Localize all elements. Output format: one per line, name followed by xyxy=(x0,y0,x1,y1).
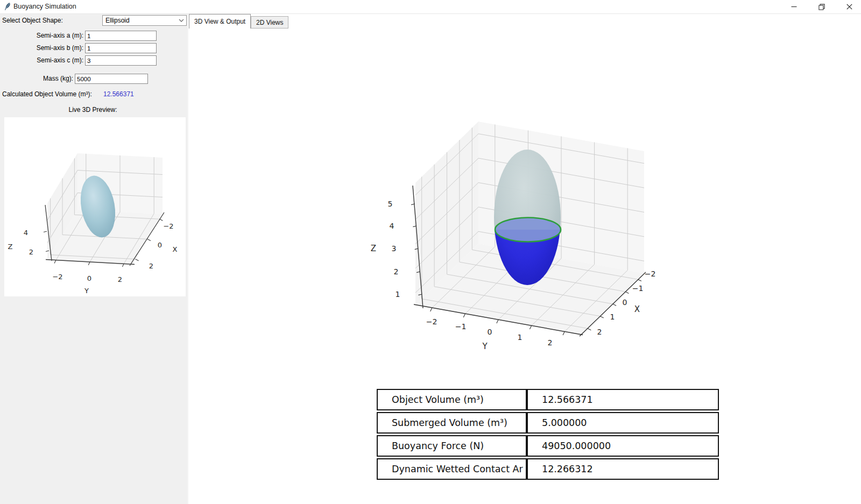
main-z-tick: 1 xyxy=(396,290,400,299)
mass-label: Mass (kg): xyxy=(0,75,73,82)
results-table: Object Volume (m³) 12.566371 Submerged V… xyxy=(377,387,719,481)
semi-axis-a-label: Semi-axis a (m): xyxy=(0,32,83,39)
preview-3d-canvas[interactable]: 4 2 Z −2 0 2 Y −2 0 2 X xyxy=(4,117,186,296)
tab-2d-views[interactable]: 2D Views xyxy=(251,16,288,29)
table-row: Submerged Volume (m³) 5.000000 xyxy=(377,412,719,434)
preview-x-tick: 2 xyxy=(149,262,153,270)
shape-combobox-value: Ellipsoid xyxy=(103,17,177,24)
app-feather-icon xyxy=(4,2,12,11)
titlebar: Buoyancy Simulation xyxy=(0,0,861,14)
preview-z-tick: 4 xyxy=(24,229,28,237)
preview-title: Live 3D Preview: xyxy=(0,106,186,113)
preview-x-axis-label: X xyxy=(173,245,178,253)
tab-label: 2D Views xyxy=(256,19,283,26)
preview-y-tick: 0 xyxy=(87,274,91,282)
main-x-tick: 1 xyxy=(610,313,615,321)
preview-3d-plot: 4 2 Z −2 0 2 Y −2 0 2 X xyxy=(4,117,186,296)
main-y-tick: −1 xyxy=(455,322,467,331)
main-y-tick: 2 xyxy=(548,338,553,347)
semi-axis-c-label: Semi-axis c (m): xyxy=(0,56,83,64)
close-button[interactable] xyxy=(837,0,861,13)
table-row: Object Volume (m³) 12.566371 xyxy=(377,389,719,410)
main-3d-canvas[interactable]: 5 4 3 2 1 Z −2 −1 0 1 2 Y −2 −1 0 1 2 X xyxy=(355,105,689,358)
main-z-axis-label: Z xyxy=(371,244,376,253)
tab-label: 3D View & Output xyxy=(194,18,245,25)
preview-x-tick: 0 xyxy=(158,241,162,249)
main-x-axis-label: X xyxy=(634,304,640,314)
main-3d-plot: 5 4 3 2 1 Z −2 −1 0 1 2 Y −2 −1 0 1 2 X xyxy=(355,105,689,358)
main-y-tick: 0 xyxy=(488,328,492,336)
tab-3d-view-output[interactable]: 3D View & Output xyxy=(189,14,251,29)
main-z-tick: 5 xyxy=(388,200,393,208)
restore-icon xyxy=(818,4,825,10)
window-title: Buoyancy Simulation xyxy=(13,0,76,13)
main-y-tick: 1 xyxy=(518,333,523,342)
table-cell-value: 5.000000 xyxy=(527,412,719,434)
table-row: Dynamic Wetted Contact Ar 12.266312 xyxy=(377,458,719,480)
main-x-tick: 2 xyxy=(597,328,602,336)
preview-y-tick: −2 xyxy=(52,273,62,281)
table-cell-label: Dynamic Wetted Contact Ar xyxy=(377,458,527,480)
semi-axis-c-field[interactable] xyxy=(85,55,157,66)
maximize-button[interactable] xyxy=(809,0,834,13)
preview-y-axis-label: Y xyxy=(84,287,89,295)
preview-z-tick: 2 xyxy=(29,248,33,256)
preview-x-tick: −2 xyxy=(163,222,173,230)
semi-axis-b-field[interactable] xyxy=(85,43,157,53)
main-z-tick: 2 xyxy=(394,267,399,276)
shape-combobox[interactable]: Ellipsoid xyxy=(102,15,187,26)
control-sidebar: Select Object Shape: Ellipsoid Semi-axis… xyxy=(0,14,189,504)
table-cell-value: 12.566371 xyxy=(527,389,719,410)
table-row: Buoyancy Force (N) 49050.000000 xyxy=(377,435,719,457)
table-cell-value: 12.266312 xyxy=(527,458,719,480)
main-z-tick: 3 xyxy=(392,244,397,253)
main-x-tick: 0 xyxy=(623,298,627,307)
close-icon xyxy=(846,4,852,10)
mass-field[interactable] xyxy=(75,74,148,84)
minimize-button[interactable] xyxy=(781,0,806,13)
main-x-tick: −2 xyxy=(645,269,656,278)
semi-axis-b-label: Semi-axis b (m): xyxy=(0,44,83,52)
preview-z-axis-label: Z xyxy=(8,243,13,251)
main-y-tick: −2 xyxy=(426,317,437,326)
shape-select-label: Select Object Shape: xyxy=(2,17,63,24)
table-cell-label: Buoyancy Force (N) xyxy=(377,435,527,457)
preview-y-tick: 2 xyxy=(118,275,122,283)
minimize-icon xyxy=(791,4,797,10)
main-z-tick: 4 xyxy=(390,222,394,230)
table-cell-label: Object Volume (m³) xyxy=(377,389,527,410)
table-cell-value: 49050.000000 xyxy=(527,435,719,457)
main-x-tick: −1 xyxy=(632,284,644,293)
table-cell-label: Submerged Volume (m³) xyxy=(377,412,527,434)
semi-axis-a-field[interactable] xyxy=(85,31,157,41)
calculated-volume-value: 12.566371 xyxy=(103,90,134,98)
app-window: Buoyancy Simulation Select Object Shape:… xyxy=(0,0,861,504)
chevron-down-icon xyxy=(177,19,186,22)
main-y-axis-label: Y xyxy=(482,342,488,351)
calculated-volume-label: Calculated Object Volume (m³): xyxy=(2,90,92,98)
